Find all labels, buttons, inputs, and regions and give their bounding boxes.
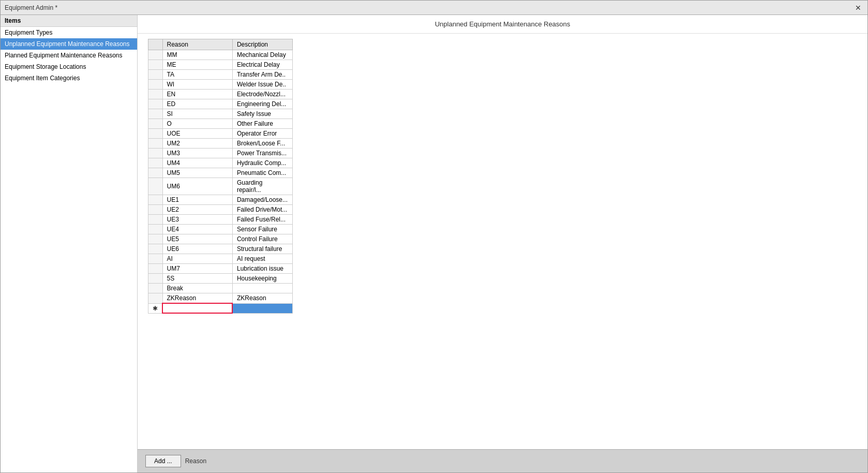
row-indicator-cell — [148, 119, 163, 129]
description-cell: Electrical Delay — [232, 60, 292, 70]
reason-cell: UE4 — [162, 225, 232, 234]
sidebar-item-planned-maintenance[interactable]: Planned Equipment Maintenance Reasons — [1, 50, 137, 61]
reason-cell: ED — [162, 99, 232, 109]
reason-footer-label: Reason — [185, 457, 206, 465]
description-cell: Safety Issue — [232, 109, 292, 119]
description-cell: Electrode/Nozzl... — [232, 90, 292, 99]
table-row[interactable]: UE2Failed Drive/Mot... — [148, 205, 293, 215]
row-indicator-cell — [148, 129, 163, 139]
description-cell: Welder Issue De.. — [232, 80, 292, 90]
row-indicator-cell — [148, 284, 163, 293]
table-row[interactable]: ZKReasonZKReason — [148, 293, 293, 304]
table-row[interactable]: UE5Control Failure — [148, 234, 293, 244]
new-reason-input[interactable] — [163, 304, 232, 313]
reason-column-header: Reason — [162, 39, 232, 50]
row-indicator-cell — [148, 195, 163, 205]
row-indicator-cell — [148, 264, 163, 274]
row-indicator-header — [148, 39, 163, 50]
description-cell: Failed Drive/Mot... — [232, 205, 292, 215]
reason-cell: UM6 — [162, 178, 232, 195]
table-row[interactable]: UE6Structural failure — [148, 244, 293, 254]
row-indicator-cell — [148, 60, 163, 70]
sidebar-item-storage-locations[interactable]: Equipment Storage Locations — [1, 61, 137, 72]
row-indicator-cell — [148, 90, 163, 99]
description-cell: Power Transmis... — [232, 149, 292, 158]
title-bar: Equipment Admin * ✕ — [1, 1, 867, 15]
description-cell: Structural failure — [232, 244, 292, 254]
table-row[interactable]: UE4Sensor Failure — [148, 225, 293, 234]
table-row[interactable]: WIWelder Issue De.. — [148, 80, 293, 90]
reason-cell: ME — [162, 60, 232, 70]
sidebar-item-item-categories[interactable]: Equipment Item Categories — [1, 72, 137, 84]
reason-cell: AI — [162, 254, 232, 264]
add-button[interactable]: Add ... — [145, 455, 181, 467]
new-reason-cell[interactable] — [162, 303, 232, 313]
reason-cell: MM — [162, 50, 232, 60]
table-row[interactable]: UM4Hydraulic Comp... — [148, 158, 293, 168]
table-row[interactable]: UE3Failed Fuse/Rel... — [148, 215, 293, 225]
sidebar-item-unplanned-maintenance[interactable]: Unplanned Equipment Maintenance Reasons — [1, 38, 137, 50]
description-cell: Control Failure — [232, 234, 292, 244]
reason-cell: UM2 — [162, 139, 232, 149]
row-indicator-cell — [148, 215, 163, 225]
reason-cell: UE6 — [162, 244, 232, 254]
new-description-cell[interactable] — [232, 303, 292, 313]
table-row[interactable]: OOther Failure — [148, 119, 293, 129]
table-row[interactable]: TATransfer Arm De.. — [148, 70, 293, 80]
row-indicator-cell — [148, 139, 163, 149]
row-indicator-cell — [148, 149, 163, 158]
table-area[interactable]: Reason Description MMMechanical DelayMEE… — [138, 34, 867, 449]
row-indicator-cell — [148, 225, 163, 234]
new-row[interactable]: ✱ — [148, 303, 293, 313]
description-cell: Hydraulic Comp... — [232, 158, 292, 168]
description-cell: Mechanical Delay — [232, 50, 292, 60]
table-row[interactable]: UE1Damaged/Loose... — [148, 195, 293, 205]
row-indicator-cell — [148, 178, 163, 195]
reason-cell: O — [162, 119, 232, 129]
reason-cell: SI — [162, 109, 232, 119]
description-cell: Transfer Arm De.. — [232, 70, 292, 80]
description-cell: Other Failure — [232, 119, 292, 129]
reason-cell: UE5 — [162, 234, 232, 244]
row-indicator-cell — [148, 293, 163, 304]
table-row[interactable]: UOEOperator Error — [148, 129, 293, 139]
row-indicator-cell — [148, 234, 163, 244]
row-indicator-cell — [148, 274, 163, 284]
table-row[interactable]: UM7Lubrication issue — [148, 264, 293, 274]
window-title: Equipment Admin * — [5, 4, 57, 11]
description-cell: Pneumatic Com... — [232, 168, 292, 178]
reason-cell: EN — [162, 90, 232, 99]
row-indicator-cell — [148, 168, 163, 178]
table-row[interactable]: 5SHousekeeping — [148, 274, 293, 284]
close-button[interactable]: ✕ — [853, 3, 863, 13]
row-indicator-cell — [148, 80, 163, 90]
table-row[interactable]: MEElectrical Delay — [148, 60, 293, 70]
reason-cell: UM5 — [162, 168, 232, 178]
main-area: Items Equipment TypesUnplanned Equipment… — [1, 15, 867, 472]
table-row[interactable]: EDEngineering Del... — [148, 99, 293, 109]
reason-cell: ZKReason — [162, 293, 232, 304]
reason-cell: UOE — [162, 129, 232, 139]
reason-cell: UE3 — [162, 215, 232, 225]
table-row[interactable]: UM6Guarding repair/l... — [148, 178, 293, 195]
description-cell: ZKReason — [232, 293, 292, 304]
description-cell — [232, 284, 292, 293]
row-indicator-cell — [148, 254, 163, 264]
reason-cell: UM4 — [162, 158, 232, 168]
row-indicator-cell — [148, 158, 163, 168]
table-row[interactable]: UM5Pneumatic Com... — [148, 168, 293, 178]
table-row[interactable]: SISafety Issue — [148, 109, 293, 119]
sidebar-item-equipment-types[interactable]: Equipment Types — [1, 27, 137, 38]
table-row[interactable]: AIAI request — [148, 254, 293, 264]
table-row[interactable]: Break — [148, 284, 293, 293]
table-row[interactable]: UM2Broken/Loose F... — [148, 139, 293, 149]
description-cell: Guarding repair/l... — [232, 178, 292, 195]
reason-cell: 5S — [162, 274, 232, 284]
sidebar-items: Equipment TypesUnplanned Equipment Maint… — [1, 27, 137, 84]
sidebar-header: Items — [1, 15, 137, 27]
row-indicator-cell — [148, 50, 163, 60]
table-row[interactable]: MMMechanical Delay — [148, 50, 293, 60]
table-row[interactable]: UM3Power Transmis... — [148, 149, 293, 158]
table-row[interactable]: ENElectrode/Nozzl... — [148, 90, 293, 99]
content-heading: Unplanned Equipment Maintenance Reasons — [138, 15, 867, 34]
